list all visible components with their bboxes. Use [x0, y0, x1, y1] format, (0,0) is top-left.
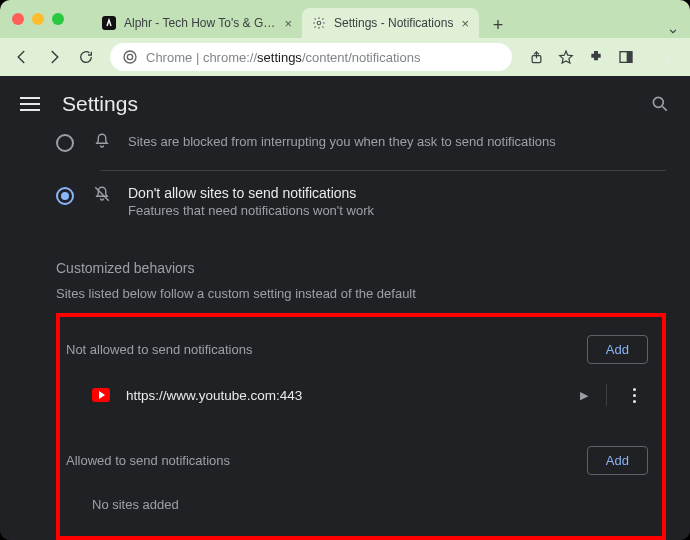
menu-icon[interactable] [20, 97, 40, 111]
titlebar: Alphr - Tech How To's & Guides × Setting… [0, 0, 690, 38]
page-title: Settings [62, 92, 138, 116]
add-allowed-button[interactable]: Add [587, 446, 648, 475]
chrome-menu-button[interactable] [654, 43, 682, 71]
settings-header: Settings [0, 76, 690, 132]
share-icon[interactable] [522, 43, 550, 71]
radio-text: Use quieter messaging Sites are blocked … [128, 132, 556, 149]
radio-text: Don't allow sites to send notifications … [128, 185, 374, 218]
settings-content: Settings Use quieter messaging Sites are… [0, 76, 690, 540]
divider [100, 170, 666, 171]
radio-desc: Sites are blocked from interrupting you … [128, 134, 556, 149]
reload-button[interactable] [72, 43, 100, 71]
svg-point-1 [317, 21, 321, 25]
customized-heading: Customized behaviors [56, 260, 666, 276]
radio-icon-unselected[interactable] [56, 134, 74, 152]
extensions-icon[interactable] [582, 43, 610, 71]
bell-icon [92, 132, 112, 150]
allowed-header: Allowed to send notifications Add [66, 440, 650, 481]
new-tab-button[interactable]: + [485, 12, 511, 38]
back-button[interactable] [8, 43, 36, 71]
tab-settings[interactable]: Settings - Notifications × [302, 8, 479, 38]
settings-favicon [312, 16, 326, 30]
site-url: https://www.youtube.com:443 [126, 388, 302, 403]
svg-point-3 [127, 54, 132, 59]
omnibox[interactable]: Chrome | chrome://settings/content/notif… [110, 43, 512, 71]
toolbar: Chrome | chrome://settings/content/notif… [0, 38, 690, 76]
close-icon[interactable]: × [284, 16, 292, 31]
settings-page: Use quieter messaging Sites are blocked … [0, 132, 690, 540]
site-menu-button[interactable] [625, 388, 644, 403]
radio-icon-selected[interactable] [56, 187, 74, 205]
toolbar-right [522, 43, 682, 71]
bookmark-icon[interactable] [552, 43, 580, 71]
close-icon[interactable]: × [461, 16, 469, 31]
site-actions: ▶ [580, 384, 644, 406]
svg-rect-6 [627, 52, 632, 63]
side-panel-icon[interactable] [612, 43, 640, 71]
radio-title: Don't allow sites to send notifications [128, 185, 374, 201]
allowed-label: Allowed to send notifications [66, 453, 230, 468]
svg-point-2 [124, 51, 136, 63]
not-allowed-label: Not allowed to send notifications [66, 342, 252, 357]
youtube-favicon [92, 388, 110, 402]
browser-window: Alphr - Tech How To's & Guides × Setting… [0, 0, 690, 540]
alphr-favicon [102, 16, 116, 30]
allowed-empty-text: No sites added [66, 481, 650, 512]
tab-label: Alphr - Tech How To's & Guides [124, 16, 276, 30]
omnibox-url: Chrome | chrome://settings/content/notif… [146, 50, 420, 65]
radio-dont-allow[interactable]: Don't allow sites to send notifications … [56, 175, 666, 232]
tab-strip: Alphr - Tech How To's & Guides × Setting… [92, 0, 690, 38]
window-minimize-button[interactable] [32, 13, 44, 25]
search-icon[interactable] [650, 94, 670, 114]
not-allowed-header: Not allowed to send notifications Add [66, 329, 650, 370]
tab-overflow-button[interactable] [666, 24, 680, 38]
window-close-button[interactable] [12, 13, 24, 25]
svg-point-7 [653, 97, 663, 107]
forward-button[interactable] [40, 43, 68, 71]
blocked-site-row[interactable]: https://www.youtube.com:443 ▶ [66, 370, 650, 420]
radio-desc: Features that need notifications won't w… [128, 203, 374, 218]
bell-off-icon [92, 185, 112, 203]
radio-quieter-messaging[interactable]: Use quieter messaging Sites are blocked … [56, 132, 666, 166]
tab-label: Settings - Notifications [334, 16, 453, 30]
tab-alphr[interactable]: Alphr - Tech How To's & Guides × [92, 8, 302, 38]
chevron-right-icon[interactable]: ▶ [580, 389, 588, 402]
add-blocked-button[interactable]: Add [587, 335, 648, 364]
separator [606, 384, 607, 406]
highlight-box: Not allowed to send notifications Add ht… [56, 313, 666, 540]
customized-sub: Sites listed below follow a custom setti… [56, 286, 666, 301]
window-zoom-button[interactable] [52, 13, 64, 25]
site-info-icon[interactable] [122, 49, 138, 65]
